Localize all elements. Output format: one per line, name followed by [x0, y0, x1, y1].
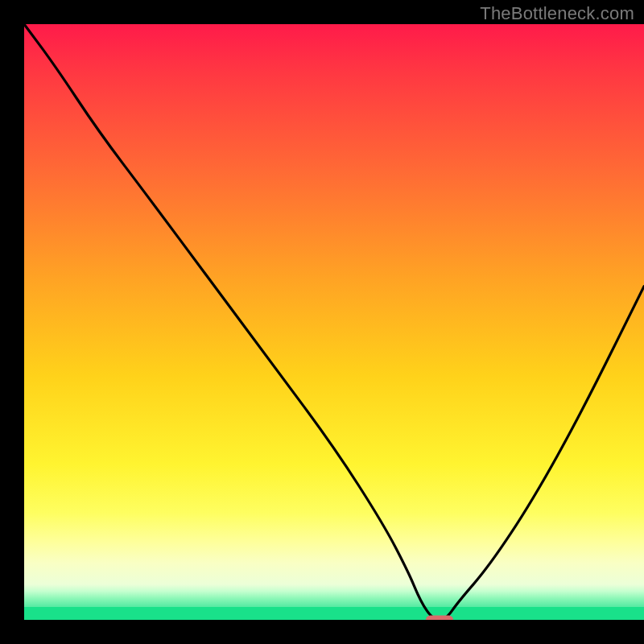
plot-area [24, 24, 644, 620]
chart-frame: TheBottleneck.com [0, 0, 644, 644]
watermark-text: TheBottleneck.com [480, 3, 634, 24]
bottleneck-curve [24, 24, 644, 620]
curve-path [24, 24, 644, 620]
optimal-marker [426, 616, 453, 621]
